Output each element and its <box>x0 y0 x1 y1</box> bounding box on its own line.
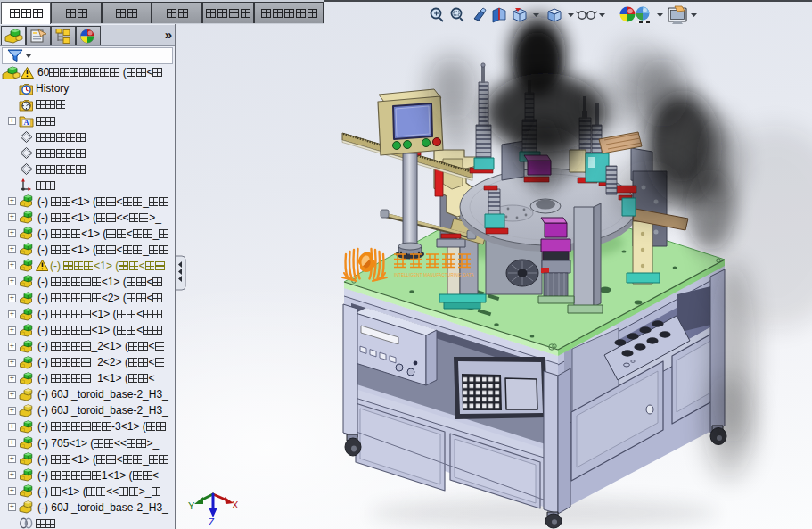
svg-text:Y: Y <box>188 500 195 511</box>
svg-text:X: X <box>232 500 239 510</box>
svg-text:INTELLIGENT MANUFACTURING DATA: INTELLIGENT MANUFACTURING DATA <box>394 273 474 277</box>
svg-text:Z: Z <box>209 517 215 527</box>
